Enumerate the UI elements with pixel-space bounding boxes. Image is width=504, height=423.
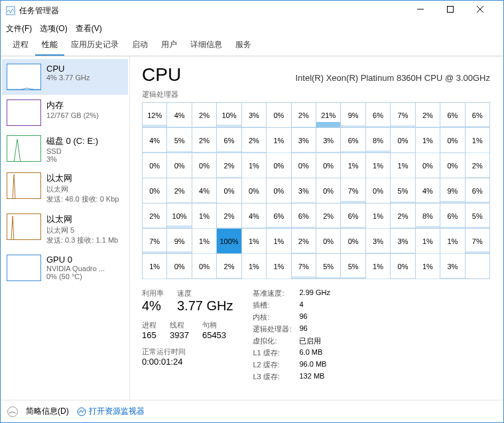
core-cell: 3% [292, 128, 316, 153]
app-icon [6, 6, 15, 15]
sidebar-item-label: 内存 [46, 99, 99, 111]
ethernet-thumb-icon [7, 172, 41, 199]
sidebar-item-label: 磁盘 0 (C: E:) [46, 135, 98, 147]
close-button[interactable] [468, 1, 498, 20]
core-cell: 0% [143, 178, 167, 204]
core-cell: 3% [316, 128, 341, 153]
fewer-details-link[interactable]: 简略信息(D) [26, 406, 69, 417]
l2-label: L2 缓存: [253, 360, 299, 370]
core-cell: 6% [267, 204, 291, 229]
tab-users[interactable]: 用户 [155, 35, 184, 56]
core-cell: 10% [217, 103, 241, 128]
core-cell: 0% [316, 178, 341, 204]
core-cell: 1% [143, 254, 167, 279]
sidebar-item-memory[interactable]: 内存 12/767 GB (2%) [2, 95, 128, 131]
sidebar-item-desc: 4% 3.77 GHz [46, 74, 90, 82]
core-cell: 5% [167, 128, 192, 153]
sockets-value: 4 [299, 300, 330, 310]
util-value: 4% [142, 298, 164, 314]
core-cell: 9% [440, 178, 465, 204]
core-cell: 0% [143, 153, 167, 178]
tab-details[interactable]: 详细信息 [184, 35, 229, 56]
core-cell: 0% [440, 128, 465, 153]
sidebar-item-disk[interactable]: 磁盘 0 (C: E:) SSD 3% [2, 131, 128, 168]
core-cell: 8% [416, 204, 440, 229]
core-cell: 8% [366, 128, 391, 153]
sidebar-item-cpu[interactable]: CPU 4% 3.77 GHz [2, 59, 128, 95]
core-cell: 5% [341, 254, 365, 279]
menubar: 文件(F) 选项(O) 查看(V) [1, 21, 503, 36]
core-cell: 6% [466, 178, 490, 204]
basespeed-label: 基准速度: [253, 288, 299, 298]
menu-options[interactable]: 选项(O) [40, 23, 67, 34]
sidebar-item-desc: 12/767 GB (2%) [46, 111, 99, 119]
core-cell: 5% [316, 254, 341, 279]
core-cell: 1% [391, 153, 415, 178]
core-cell: 4% [242, 204, 267, 229]
core-cell: 2% [466, 153, 490, 178]
core-cell: 2% [192, 128, 217, 153]
core-cell: 3% [242, 103, 267, 128]
core-cell: 0% [316, 153, 341, 178]
logical-label: 逻辑处理器: [253, 324, 299, 334]
core-cell: 1% [416, 128, 440, 153]
main-panel: CPU Intel(R) Xeon(R) Platinum 8360H CPU … [130, 56, 503, 400]
core-cell: 3% [366, 229, 391, 254]
core-cell: 1% [416, 229, 440, 254]
core-cell: 0% [292, 153, 316, 178]
core-cell: 5% [391, 178, 415, 204]
content: CPU 4% 3.77 GHz 内存 12/767 GB (2%) 磁盘 0 (… [1, 56, 503, 400]
core-cell: 0% [217, 178, 241, 204]
tab-performance[interactable]: 性能 [35, 35, 64, 56]
cpu-model: Intel(R) Xeon(R) Platinum 8360H CPU @ 3.… [295, 73, 490, 83]
core-cell: 2% [217, 254, 241, 279]
core-cell: 7% [391, 103, 415, 128]
core-cell: 2% [242, 128, 267, 153]
memory-thumb-icon [7, 99, 41, 126]
core-cell: 0% [242, 178, 267, 204]
sidebar-item-label: 以太网 [46, 172, 119, 184]
threads-value: 3937 [170, 330, 189, 340]
core-cell: 2% [292, 103, 316, 128]
resource-monitor-link[interactable]: 打开资源监视器 [77, 406, 145, 417]
maximize-button[interactable] [438, 1, 468, 20]
core-cell [466, 254, 490, 279]
util-label: 利用率 [142, 288, 164, 298]
core-cell: 2% [292, 229, 316, 254]
core-cell: 1% [416, 254, 440, 279]
menu-view[interactable]: 查看(V) [76, 23, 102, 34]
gpu-thumb-icon [7, 255, 41, 281]
sidebar-item-ethernet-0[interactable]: 以太网 以太网 发送: 48.0 接收: 0 Kbp [2, 168, 128, 209]
uptime-label: 正常运行时间 [142, 347, 233, 357]
chevron-up-icon[interactable]: ︿ [7, 406, 18, 417]
tab-processes[interactable]: 进程 [6, 35, 35, 56]
core-cell: 3% [292, 178, 316, 204]
sidebar-item-gpu[interactable]: GPU 0 NVIDIA Quadro ... 0% (50 °C) [2, 250, 128, 286]
core-cell: 2% [217, 204, 241, 229]
sidebar-item-label: 以太网 [46, 213, 118, 225]
logical-processor-grid[interactable]: 12%4%2%10%3%0%2%21%9%6%7%2%6%6%4%5%2%6%2… [142, 102, 490, 279]
sidebar-item-ethernet-1[interactable]: 以太网 以太网 5 发送: 0.3 接收: 1.1 Mb [2, 209, 128, 250]
core-cell: 0% [192, 153, 217, 178]
core-cell: 0% [391, 254, 415, 279]
tab-apphistory[interactable]: 应用历史记录 [64, 35, 125, 56]
core-cell: 1% [192, 229, 217, 254]
core-cell: 9% [341, 103, 365, 128]
window-controls [409, 1, 498, 20]
tab-services[interactable]: 服务 [229, 35, 258, 56]
stats: 利用率 4% 速度 3.77 GHz 进程 165 [142, 288, 490, 382]
svg-rect-2 [447, 7, 453, 13]
core-cell: 2% [316, 204, 341, 229]
minimize-button[interactable] [409, 1, 438, 20]
menu-file[interactable]: 文件(F) [6, 23, 32, 34]
core-cell: 2% [192, 103, 217, 128]
sidebar-item-label: CPU [46, 64, 90, 74]
core-cell: 6% [217, 128, 241, 153]
sidebar-item-desc2: 发送: 48.0 接收: 0 Kbp [46, 194, 119, 204]
core-cell: 1% [366, 204, 391, 229]
footer: ︿ 简略信息(D) 打开资源监视器 [1, 400, 503, 422]
core-cell: 2% [167, 178, 192, 204]
core-cell: 0% [192, 254, 217, 279]
tab-startup[interactable]: 启动 [125, 35, 155, 56]
core-cell: 1% [366, 153, 391, 178]
